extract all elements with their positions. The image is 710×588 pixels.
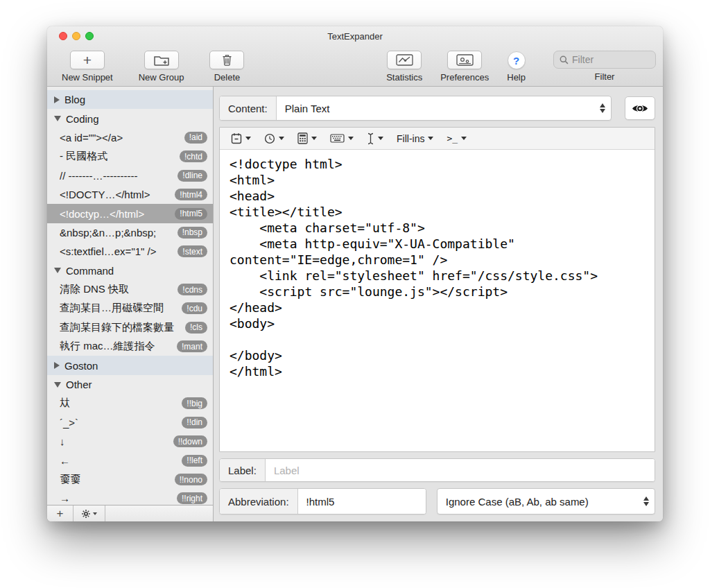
statistics-button[interactable]: Statistics xyxy=(386,51,422,83)
snippet-row-html4[interactable]: <!DOCTY…</html>!html4 xyxy=(47,185,213,204)
disclosure-triangle-icon[interactable] xyxy=(54,268,61,273)
snippet-content-editor[interactable]: <!doctype html> <html> <head> <title></t… xyxy=(220,150,655,451)
snippet-row-aid[interactable]: <a id=""></a>!aid xyxy=(47,128,213,147)
sidebar-group-command[interactable]: Command xyxy=(47,261,213,280)
new-group-button[interactable]: New Group xyxy=(139,51,184,83)
snippet-row-cdns[interactable]: 清除 DNS 快取!cdns xyxy=(47,280,213,299)
filter-placeholder: Filter xyxy=(572,54,594,65)
sidebar-group-goston[interactable]: Goston xyxy=(47,356,213,374)
snippet-row-nono[interactable]: 嫑嫑!!nono xyxy=(47,470,213,489)
gear-icon xyxy=(81,509,91,519)
snippet-label: 執行 mac…維護指令 xyxy=(60,340,177,353)
snippet-row-nbsp[interactable]: &nbsp;&n…p;&nbsp;!nbsp xyxy=(47,223,213,242)
preview-button[interactable] xyxy=(625,96,655,120)
insert-math-menu[interactable] xyxy=(293,132,321,144)
new-group-label: New Group xyxy=(139,72,184,83)
snippet-row-din[interactable]: ´_>`!!din xyxy=(47,413,213,432)
snippet-row-big[interactable]: 夶!!big xyxy=(47,394,213,413)
keyboard-icon xyxy=(330,134,345,143)
content-type-select[interactable]: Content: Plain Text xyxy=(219,96,612,121)
add-button[interactable]: + xyxy=(47,505,73,521)
abbreviation-badge: !chtd xyxy=(180,150,207,162)
abbreviation-badge: !cdns xyxy=(178,284,207,295)
sidebar-group-blog[interactable]: Blog xyxy=(47,90,213,109)
plus-icon: + xyxy=(57,509,64,519)
snippet-row-dline[interactable]: // -------…----------!dline xyxy=(47,166,213,185)
stepper-arrows-icon xyxy=(594,96,611,120)
main-toolbar: + New Snippet New Group xyxy=(47,46,663,86)
close-window-button[interactable] xyxy=(59,32,67,40)
filter-search-field[interactable]: Filter xyxy=(553,51,656,69)
snippet-row-right[interactable]: →!!right xyxy=(47,489,213,505)
insert-key-menu[interactable] xyxy=(326,134,358,143)
fillins-menu[interactable]: Fill-ins xyxy=(392,133,438,144)
calendar-icon xyxy=(231,132,242,144)
snippet-label: - 民國格式 xyxy=(60,150,180,163)
eye-icon xyxy=(632,103,648,114)
help-button[interactable]: ? Help xyxy=(507,51,526,83)
snippet-row-chtd[interactable]: - 民國格式!chtd xyxy=(47,147,213,166)
group-label: Coding xyxy=(66,113,207,125)
delete-button[interactable]: Delete xyxy=(209,51,244,83)
insert-cursor-menu[interactable] xyxy=(363,132,388,145)
snippet-row-cdu[interactable]: 查詢某目…用磁碟空間!cdu xyxy=(47,299,213,318)
insert-date-menu[interactable] xyxy=(227,132,255,144)
snippet-editor: Content: Plain Text xyxy=(214,87,663,521)
group-label: Other xyxy=(66,379,207,390)
snippet-row-left[interactable]: ←!!left xyxy=(47,451,213,469)
trash-icon xyxy=(222,54,232,66)
abbreviation-badge: !mant xyxy=(177,340,207,352)
search-icon xyxy=(560,55,569,64)
disclosure-triangle-icon[interactable] xyxy=(54,362,60,369)
textexpander-window: TextExpander + New Snippet New Gro xyxy=(47,26,663,521)
delete-label: Delete xyxy=(214,72,241,83)
window-title: TextExpander xyxy=(47,26,663,46)
calculator-icon xyxy=(297,132,308,144)
snippet-label: <!DOCTY…</html> xyxy=(60,189,175,200)
snippet-row-mant[interactable]: 執行 mac…維護指令!mant xyxy=(47,337,213,356)
snippet-label: &nbsp;&n…p;&nbsp; xyxy=(60,227,178,239)
chevron-down-icon xyxy=(348,137,354,140)
zoom-window-button[interactable] xyxy=(85,32,94,40)
insert-time-menu[interactable] xyxy=(260,133,288,144)
case-sensitivity-select[interactable]: Ignore Case (aB, Ab, ab same) xyxy=(437,488,655,514)
abbreviation-badge: !dline xyxy=(178,170,207,182)
snippet-label: 查詢某目錄下的檔案數量 xyxy=(60,321,185,334)
disclosure-triangle-icon[interactable] xyxy=(54,382,61,388)
new-snippet-label: New Snippet xyxy=(62,72,113,83)
minimize-window-button[interactable] xyxy=(72,32,80,40)
snippet-label: 夶 xyxy=(60,397,182,410)
question-mark-icon: ? xyxy=(513,55,519,67)
snippet-label: ← xyxy=(60,455,182,467)
new-snippet-button[interactable]: + New Snippet xyxy=(62,51,113,83)
abbreviation-input[interactable] xyxy=(298,489,426,514)
statistics-chart-icon xyxy=(396,54,413,66)
abbreviation-field-label: Abbreviation: xyxy=(220,489,298,514)
action-menu-button[interactable] xyxy=(73,505,105,521)
disclosure-triangle-icon[interactable] xyxy=(54,96,60,103)
chevron-down-icon xyxy=(378,137,383,140)
snippet-row-cls[interactable]: 查詢某目錄下的檔案數量!cls xyxy=(47,318,213,337)
abbreviation-badge: !stext xyxy=(178,245,207,257)
snippet-row-down[interactable]: ↓!!down xyxy=(47,432,213,451)
snippet-label: 查詢某目…用磁碟空間 xyxy=(60,302,182,315)
snippet-row-stext[interactable]: <s:textfiel…ex="1" />!stext xyxy=(47,242,213,261)
stepper-arrows-icon xyxy=(638,489,655,514)
abbreviation-badge: !nbsp xyxy=(178,227,207,239)
chevron-down-icon xyxy=(428,137,433,140)
disclosure-triangle-icon[interactable] xyxy=(54,116,61,121)
abbreviation-badge: !cdu xyxy=(182,302,207,314)
snippet-row-html5[interactable]: <!doctyp…</html>!html5 xyxy=(47,204,213,223)
chevron-down-icon xyxy=(279,137,284,140)
sidebar-group-coding[interactable]: Coding xyxy=(47,109,213,128)
snippet-toolbar: Fill-ins >_ xyxy=(220,128,655,150)
abbreviation-badge: !!right xyxy=(177,492,207,504)
script-menu[interactable]: >_ xyxy=(442,133,471,144)
folder-plus-icon xyxy=(154,55,169,66)
label-input[interactable] xyxy=(266,459,655,481)
abbreviation-badge: !!din xyxy=(182,417,207,429)
preferences-button[interactable]: Preferences xyxy=(440,51,489,83)
preferences-label: Preferences xyxy=(440,72,489,83)
titlebar[interactable]: TextExpander xyxy=(47,26,663,46)
sidebar-group-other[interactable]: Other xyxy=(47,375,213,394)
